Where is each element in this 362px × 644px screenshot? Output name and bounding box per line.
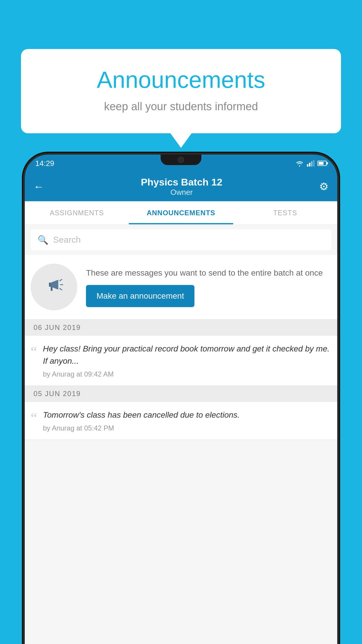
announcement-meta-1: by Anurag at 09:42 AM — [43, 370, 331, 378]
quote-icon-2: “ — [31, 411, 37, 425]
megaphone-circle — [31, 264, 77, 310]
search-icon: 🔍 — [38, 235, 48, 245]
bubble-subtitle: keep all your students informed — [44, 100, 318, 113]
date-separator-2: 05 JUN 2019 — [25, 386, 337, 402]
batch-title: Physics Batch 12 — [141, 176, 222, 188]
svg-line-5 — [60, 279, 62, 281]
announcement-text-block-1: Hey class! Bring your practical record b… — [43, 343, 331, 378]
tab-tests[interactable]: TESTS — [233, 201, 337, 224]
phone-notch — [161, 155, 201, 165]
quote-icon-1: “ — [31, 344, 37, 359]
announcement-prompt-card: These are messages you want to send to t… — [25, 255, 337, 319]
wifi-icon — [295, 160, 304, 167]
svg-rect-1 — [309, 163, 310, 167]
svg-rect-4 — [49, 283, 51, 287]
svg-rect-2 — [311, 161, 312, 167]
date-separator-1: 06 JUN 2019 — [25, 319, 337, 336]
megaphone-icon — [44, 274, 64, 300]
phone-device: 14:29 ← Physics Batch — [25, 155, 337, 644]
announcement-item-2[interactable]: “ Tomorrow's class has been cancelled du… — [25, 402, 337, 440]
announcement-text-1: Hey class! Bring your practical record b… — [43, 343, 331, 367]
announcement-item-1[interactable]: “ Hey class! Bring your practical record… — [25, 336, 337, 386]
tabs-bar: ASSIGNMENTS ANNOUNCEMENTS TESTS — [25, 201, 337, 225]
announcement-description: These are messages you want to send to t… — [86, 267, 331, 279]
speech-bubble: Announcements keep all your students inf… — [21, 49, 341, 133]
speech-bubble-container: Announcements keep all your students inf… — [21, 49, 341, 133]
battery-icon — [317, 161, 327, 166]
announcement-text-block-2: Tomorrow's class has been cancelled due … — [43, 409, 331, 432]
announcement-meta-2: by Anurag at 05:42 PM — [43, 424, 331, 432]
header-title-block: Physics Batch 12 Owner — [141, 176, 222, 197]
front-camera — [178, 157, 184, 163]
make-announcement-button[interactable]: Make an announcement — [86, 285, 194, 307]
svg-line-7 — [60, 288, 62, 290]
tab-announcements[interactable]: ANNOUNCEMENTS — [129, 201, 233, 224]
tab-assignments[interactable]: ASSIGNMENTS — [25, 201, 129, 224]
announcement-text-2: Tomorrow's class has been cancelled due … — [43, 409, 331, 421]
signal-icon — [307, 160, 314, 167]
announcement-info: These are messages you want to send to t… — [86, 267, 331, 307]
search-bar[interactable]: 🔍 Search — [31, 229, 331, 250]
status-time: 14:29 — [35, 159, 54, 168]
search-placeholder: Search — [53, 235, 81, 245]
svg-rect-3 — [313, 160, 314, 167]
batch-subtitle: Owner — [141, 188, 222, 197]
back-button[interactable]: ← — [34, 181, 44, 193]
status-icons — [295, 160, 327, 167]
app-header: ← Physics Batch 12 Owner ⚙ — [25, 172, 337, 201]
settings-button[interactable]: ⚙ — [319, 181, 328, 193]
svg-rect-0 — [307, 164, 308, 167]
phone-content: 🔍 Search These are — [25, 225, 337, 644]
bubble-title: Announcements — [44, 66, 318, 93]
